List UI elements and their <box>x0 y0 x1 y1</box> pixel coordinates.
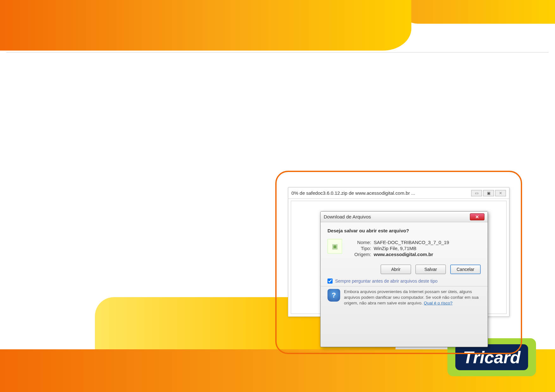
maximize-button[interactable]: ▣ <box>483 190 494 196</box>
dialog-body: Deseja salvar ou abrir este arquivo? ▣ N… <box>321 222 488 311</box>
value-type: WinZip File, 9,71MB <box>374 246 416 251</box>
file-download-dialog: Download de Arquivos ✕ Deseja salvar ou … <box>320 211 488 347</box>
shield-icon: ? <box>327 289 340 302</box>
label-origin: Origem: <box>349 252 371 257</box>
cancel-button[interactable]: Cancelar <box>450 265 481 274</box>
dialog-question: Deseja salvar ou abrir este arquivo? <box>327 228 481 233</box>
dialog-title: Download de Arquivos <box>324 214 371 219</box>
value-name: SAFE-DOC_TRIBANCO_3_7_0_19 <box>374 240 449 245</box>
zip-file-icon: ▣ <box>327 239 342 254</box>
label-name: Nome: <box>349 240 371 245</box>
security-warning-text: Embora arquivos provenientes da Internet… <box>344 289 479 305</box>
security-note: ? Embora arquivos provenientes da Intern… <box>327 289 481 311</box>
always-ask-label: Sempre perguntar antes de abrir arquivos… <box>335 279 438 284</box>
dialog-divider <box>321 286 488 286</box>
always-ask-checkbox-row[interactable]: Sempre perguntar antes de abrir arquivos… <box>327 279 481 284</box>
label-type: Tipo: <box>349 246 371 251</box>
dialog-buttons: Abrir Salvar Cancelar <box>327 265 481 274</box>
download-progress-titlebar: 0% de safedoc3.6.0.12.zip de www.acessod… <box>288 187 509 199</box>
close-button[interactable]: ✕ <box>495 190 506 196</box>
minimize-button[interactable]: ▭ <box>471 190 482 196</box>
header-band <box>0 0 555 51</box>
always-ask-checkbox[interactable] <box>327 279 333 284</box>
risk-link[interactable]: Qual é o risco? <box>424 301 452 305</box>
save-button[interactable]: Salvar <box>415 265 446 274</box>
download-progress-title: 0% de safedoc3.6.0.12.zip de www.acessod… <box>291 190 415 196</box>
value-origin: www.acessodigital.com.br <box>374 252 433 257</box>
open-button[interactable]: Abrir <box>381 265 411 274</box>
dialog-close-button[interactable]: ✕ <box>470 213 484 220</box>
dialog-titlebar: Download de Arquivos ✕ <box>321 211 488 222</box>
header-rule <box>6 52 549 52</box>
window-controls: ▭ ▣ ✕ <box>471 190 506 196</box>
file-info: ▣ Nome: SAFE-DOC_TRIBANCO_3_7_0_19 Tipo:… <box>327 239 481 258</box>
header-band-left <box>0 0 411 51</box>
header-band-right <box>397 0 555 24</box>
